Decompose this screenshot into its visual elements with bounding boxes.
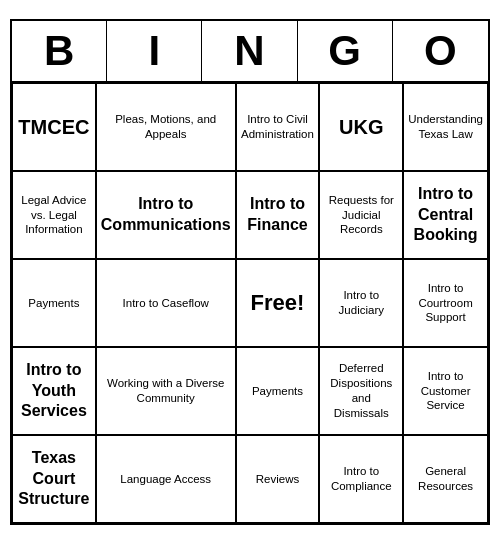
bingo-cell-5: Legal Advice vs. Legal Information <box>12 171 96 259</box>
bingo-cell-4: Understanding Texas Law <box>403 83 488 171</box>
bingo-cell-9: Intro to Central Booking <box>403 171 488 259</box>
bingo-header: BINGO <box>12 21 488 83</box>
bingo-letter-o: O <box>393 21 488 81</box>
bingo-cell-7: Intro to Finance <box>236 171 320 259</box>
bingo-cell-10: Payments <box>12 259 96 347</box>
bingo-cell-13: Intro to Judiciary <box>319 259 403 347</box>
bingo-letter-g: G <box>298 21 393 81</box>
bingo-cell-3: UKG <box>319 83 403 171</box>
bingo-cell-1: Pleas, Motions, and Appeals <box>96 83 236 171</box>
bingo-cell-19: Intro to Customer Service <box>403 347 488 435</box>
bingo-letter-b: B <box>12 21 107 81</box>
bingo-cell-21: Language Access <box>96 435 236 523</box>
bingo-letter-i: I <box>107 21 202 81</box>
bingo-letter-n: N <box>202 21 297 81</box>
bingo-cell-16: Working with a Diverse Community <box>96 347 236 435</box>
bingo-cell-22: Reviews <box>236 435 320 523</box>
bingo-cell-8: Requests for Judicial Records <box>319 171 403 259</box>
bingo-cell-18: Deferred Dispositions and Dismissals <box>319 347 403 435</box>
bingo-grid: TMCECPleas, Motions, and AppealsIntro to… <box>12 83 488 523</box>
bingo-cell-17: Payments <box>236 347 320 435</box>
bingo-cell-0: TMCEC <box>12 83 96 171</box>
bingo-card: BINGO TMCECPleas, Motions, and AppealsIn… <box>10 19 490 525</box>
bingo-cell-23: Intro to Compliance <box>319 435 403 523</box>
bingo-cell-2: Intro to Civil Administration <box>236 83 320 171</box>
bingo-cell-14: Intro to Courtroom Support <box>403 259 488 347</box>
bingo-cell-12: Free! <box>236 259 320 347</box>
bingo-cell-20: Texas Court Structure <box>12 435 96 523</box>
bingo-cell-6: Intro to Communications <box>96 171 236 259</box>
bingo-cell-24: General Resources <box>403 435 488 523</box>
bingo-cell-11: Intro to Caseflow <box>96 259 236 347</box>
bingo-cell-15: Intro to Youth Services <box>12 347 96 435</box>
